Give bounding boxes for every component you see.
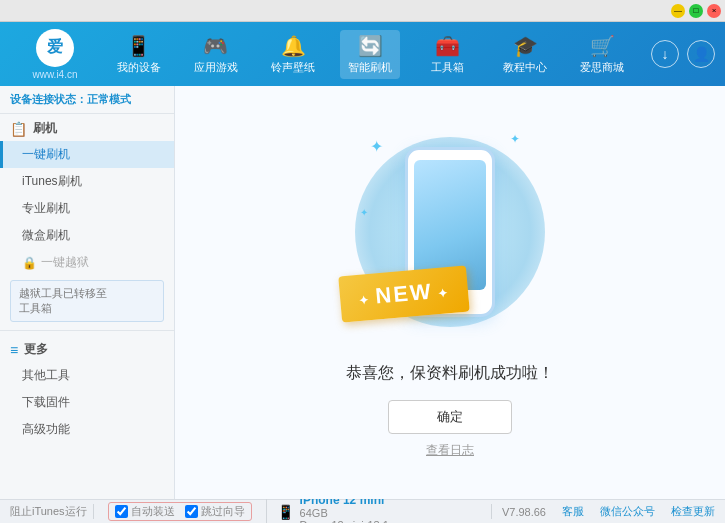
nav-apps[interactable]: 🎮 应用游戏 bbox=[186, 30, 246, 79]
nav-items: 📱 我的设备 🎮 应用游戏 🔔 铃声壁纸 🔄 智能刷机 🧰 工具箱 🎓 教程中心… bbox=[100, 30, 641, 79]
success-message: 恭喜您，保资料刷机成功啦！ bbox=[346, 363, 554, 384]
apps-icon: 🎮 bbox=[203, 34, 228, 58]
logo-text: www.i4.cn bbox=[32, 69, 77, 80]
sidebar-item-one-key-flash[interactable]: 一键刷机 bbox=[0, 141, 174, 168]
auto-launch-input[interactable] bbox=[115, 505, 128, 518]
sidebar-item-other-tools[interactable]: 其他工具 bbox=[0, 362, 174, 389]
nav-mall[interactable]: 🛒 爱思商城 bbox=[572, 30, 632, 79]
logo-icon: 爱 bbox=[36, 29, 74, 67]
check-update-link[interactable]: 检查更新 bbox=[671, 504, 715, 519]
sparkle-icon-1: ✦ bbox=[370, 137, 383, 156]
nav-tutorials[interactable]: 🎓 教程中心 bbox=[495, 30, 555, 79]
wizard-checkbox[interactable]: 跳过向导 bbox=[185, 504, 245, 519]
close-button[interactable]: × bbox=[707, 4, 721, 18]
footer-right: V7.98.66 客服 微信公众号 检查更新 bbox=[491, 504, 715, 519]
nav-smart-flash[interactable]: 🔄 智能刷机 bbox=[340, 30, 400, 79]
main-container: 设备连接状态：正常模式 📋 刷机 一键刷机 iTunes刷机 专业刷机 微盒刷机… bbox=[0, 86, 725, 499]
footer: 阻止iTunes运行 自动装送 跳过向导 📱 iPhone 12 mini 64… bbox=[0, 499, 725, 523]
nav-toolbox[interactable]: 🧰 工具箱 bbox=[418, 30, 478, 79]
device-firmware: Down-12mini-13,1 bbox=[300, 519, 389, 524]
sidebar-item-jailbreak-disabled: 🔒 一键越狱 bbox=[0, 249, 174, 276]
nav-toolbox-label: 工具箱 bbox=[431, 60, 464, 75]
sidebar-notice: 越狱工具已转移至工具箱 bbox=[10, 280, 164, 322]
logo-area: 爱 www.i4.cn bbox=[10, 29, 100, 80]
nav-mall-label: 爱思商城 bbox=[580, 60, 624, 75]
mall-icon: 🛒 bbox=[590, 34, 615, 58]
section-more-title: ≡ 更多 bbox=[0, 335, 174, 362]
ringtone-icon: 🔔 bbox=[281, 34, 306, 58]
user-button[interactable]: 👤 bbox=[687, 40, 715, 68]
wizard-input[interactable] bbox=[185, 505, 198, 518]
maximize-button[interactable]: □ bbox=[689, 4, 703, 18]
illustration: ✦ ✦ ✦ NEW bbox=[350, 127, 550, 347]
download-button[interactable]: ↓ bbox=[651, 40, 679, 68]
nav-right: ↓ 👤 bbox=[651, 40, 715, 68]
minimize-button[interactable]: — bbox=[671, 4, 685, 18]
title-bar: — □ × bbox=[0, 0, 725, 22]
sidebar-item-pro-flash[interactable]: 专业刷机 bbox=[0, 195, 174, 222]
sidebar-item-download-firmware[interactable]: 下载固件 bbox=[0, 389, 174, 416]
device-icon: 📱 bbox=[277, 504, 294, 520]
connection-status: 设备连接状态：正常模式 bbox=[0, 86, 174, 114]
more-section-icon: ≡ bbox=[10, 342, 18, 358]
wechat-link[interactable]: 微信公众号 bbox=[600, 504, 655, 519]
nav-apps-label: 应用游戏 bbox=[194, 60, 238, 75]
nav-my-device-label: 我的设备 bbox=[117, 60, 161, 75]
flash-section-icon: 📋 bbox=[10, 121, 27, 137]
checkbox-group: 自动装送 跳过向导 bbox=[108, 502, 252, 521]
sidebar: 设备连接状态：正常模式 📋 刷机 一键刷机 iTunes刷机 专业刷机 微盒刷机… bbox=[0, 86, 175, 499]
sidebar-item-itunes-flash[interactable]: iTunes刷机 bbox=[0, 168, 174, 195]
tutorials-icon: 🎓 bbox=[513, 34, 538, 58]
header: 爱 www.i4.cn 📱 我的设备 🎮 应用游戏 🔔 铃声壁纸 🔄 智能刷机 … bbox=[0, 22, 725, 86]
version-label: V7.98.66 bbox=[502, 506, 546, 518]
nav-ringtone[interactable]: 🔔 铃声壁纸 bbox=[263, 30, 323, 79]
nav-ringtone-label: 铃声壁纸 bbox=[271, 60, 315, 75]
sparkle-icon-2: ✦ bbox=[510, 132, 520, 146]
device-storage: 64GB bbox=[300, 507, 389, 519]
my-device-icon: 📱 bbox=[126, 34, 151, 58]
sparkle-icon-3: ✦ bbox=[360, 207, 368, 218]
lock-icon: 🔒 bbox=[22, 256, 37, 270]
auto-launch-checkbox[interactable]: 自动装送 bbox=[115, 504, 175, 519]
nav-smart-flash-label: 智能刷机 bbox=[348, 60, 392, 75]
nav-my-device[interactable]: 📱 我的设备 bbox=[109, 30, 169, 79]
service-link[interactable]: 客服 bbox=[562, 504, 584, 519]
nav-tutorials-label: 教程中心 bbox=[503, 60, 547, 75]
sidebar-divider bbox=[0, 330, 174, 331]
sidebar-item-downgrade-flash[interactable]: 微盒刷机 bbox=[0, 222, 174, 249]
confirm-button[interactable]: 确定 bbox=[388, 400, 512, 434]
itunes-status: 阻止iTunes运行 bbox=[10, 504, 94, 519]
view-log-link[interactable]: 查看日志 bbox=[426, 442, 474, 459]
smart-flash-icon: 🔄 bbox=[358, 34, 383, 58]
content-area: ✦ ✦ ✦ NEW 恭喜您，保资料刷机成功啦！ 确定 查看日志 bbox=[175, 86, 725, 499]
section-flash-title: 📋 刷机 bbox=[0, 114, 174, 141]
sidebar-item-advanced[interactable]: 高级功能 bbox=[0, 416, 174, 443]
toolbox-icon: 🧰 bbox=[435, 34, 460, 58]
